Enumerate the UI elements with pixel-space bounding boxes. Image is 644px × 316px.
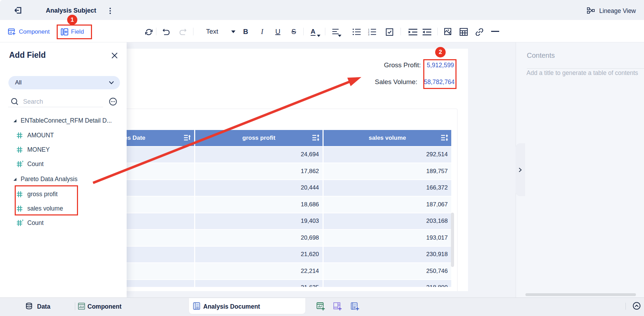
svg-text:1: 1 (368, 28, 369, 31)
svg-text:3: 3 (368, 33, 369, 35)
svg-text:2: 2 (368, 31, 369, 33)
